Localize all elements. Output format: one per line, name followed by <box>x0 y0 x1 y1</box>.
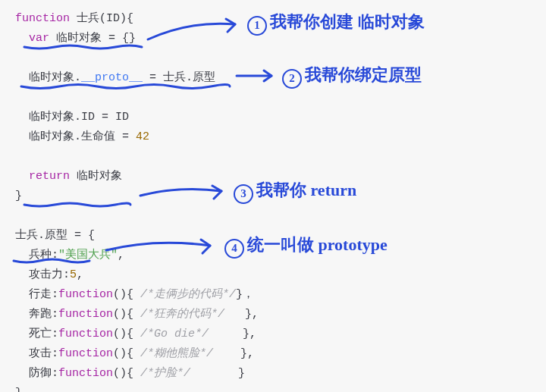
t: (){ <box>113 328 140 340</box>
kw-fn: function <box>58 328 113 340</box>
kw-fn: function <box>58 367 113 380</box>
t: } <box>15 387 22 392</box>
t: 士兵(ID){ <box>70 12 133 25</box>
t: 临时对象 = {} <box>49 32 136 45</box>
t: (){ <box>113 308 140 321</box>
kw-function: function <box>15 12 70 25</box>
note-2: 2我帮你绑定原型 <box>282 67 422 87</box>
t: , <box>118 249 124 262</box>
proto: __proto__ <box>81 71 143 84</box>
cm: /*糊他熊脸*/ <box>140 347 213 360</box>
kw-fn: function <box>58 288 113 301</box>
t: 攻击: <box>15 347 58 360</box>
note-3: 3我帮你 return <box>234 182 356 202</box>
t: 临时对象 <box>70 170 122 183</box>
t: (){ <box>113 367 140 380</box>
t: (){ <box>113 288 140 301</box>
t: 临时对象.生命值 = <box>15 130 136 143</box>
num: 5 <box>70 268 77 281</box>
t: 攻击力: <box>15 268 70 281</box>
num: 42 <box>136 130 149 143</box>
cm: /*狂奔的代码*/ <box>140 308 224 321</box>
cm: /*Go die*/ <box>140 328 209 340</box>
t: 临时对象. <box>15 71 81 84</box>
t: 奔跑: <box>15 308 58 321</box>
note-2-num: 2 <box>282 69 302 89</box>
kw-fn: function <box>58 308 113 321</box>
note-3-text: 我帮你 return <box>256 180 356 199</box>
t: } <box>190 367 245 380</box>
note-4-text: 统一叫做 prototype <box>247 235 388 254</box>
t: }， <box>236 288 254 301</box>
t: , <box>77 268 83 281</box>
cm: /*走俩步的代码*/ <box>140 288 236 301</box>
code-block: function 士兵(ID){ var 临时对象 = {} 临时对象.__pr… <box>15 9 259 392</box>
note-1-num: 1 <box>247 16 267 36</box>
t: } <box>15 190 22 202</box>
note-4-num: 4 <box>224 239 244 259</box>
t: (){ <box>113 347 140 360</box>
t: }, <box>224 308 259 321</box>
t: 死亡: <box>15 328 58 340</box>
t: }, <box>213 347 254 360</box>
kw-fn: function <box>58 347 113 360</box>
t: 防御: <box>15 367 58 380</box>
note-1: 1我帮你创建 临时对象 <box>247 14 425 34</box>
kw-return: return <box>15 170 70 183</box>
note-2-text: 我帮你绑定原型 <box>305 65 422 84</box>
note-1-text: 我帮你创建 临时对象 <box>270 12 425 31</box>
t: 临时对象.ID = ID <box>15 111 129 124</box>
t: 士兵.原型 = { <box>15 229 95 242</box>
t: = 士兵.原型 <box>143 71 215 84</box>
kw-var: var <box>15 32 49 45</box>
str: "美国大兵" <box>58 249 118 262</box>
t: 兵种: <box>15 249 58 262</box>
cm: /*护脸*/ <box>140 367 190 380</box>
note-4: 4统一叫做 prototype <box>224 237 388 257</box>
note-3-num: 3 <box>234 184 253 204</box>
t: 行走: <box>15 288 58 301</box>
t: }, <box>209 328 256 340</box>
